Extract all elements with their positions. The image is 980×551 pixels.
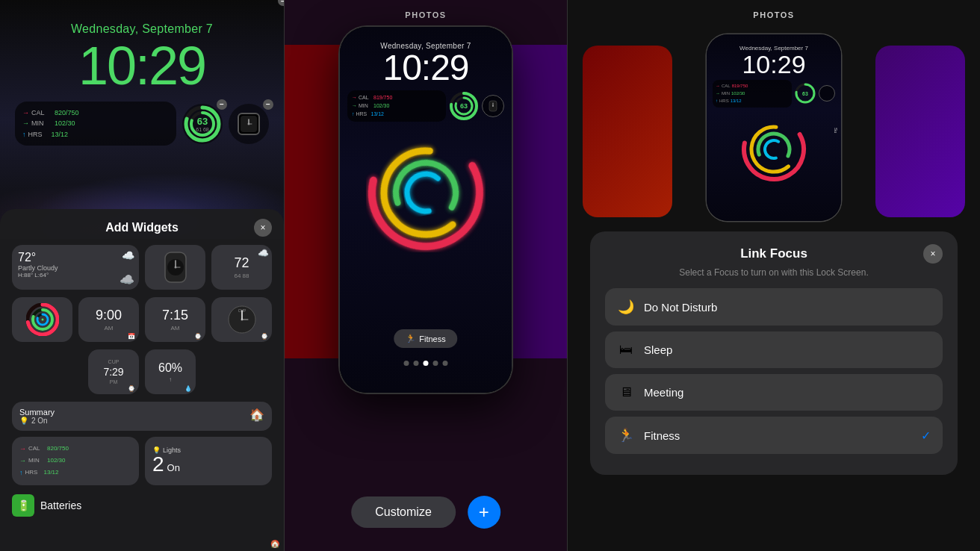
- close-add-widgets-button[interactable]: ×: [254, 219, 272, 237]
- watch-icon-analog: ⌚: [261, 333, 268, 340]
- activity-widget-bottom[interactable]: → CAL 820/750 → MIN 102/30 ↑ HRS 13/12 🔴: [12, 437, 139, 485]
- weather-widget[interactable]: ☁️ 72° Partly Cloudy H:88° L:64° ☁️: [12, 245, 139, 290]
- weather-range: H:88° L:64°: [18, 272, 133, 278]
- left-widgets-bar: − →CAL820/750 →MIN102/30 ↑HRS13/12 −: [15, 102, 269, 146]
- clock-pm-label: AM: [171, 325, 180, 331]
- lights-count: 2 On: [31, 417, 48, 425]
- weather-desc: Partly Cloudy: [18, 264, 133, 272]
- clock-pm-widget[interactable]: 7:15 AM ⌚: [145, 297, 205, 342]
- center-ring-number: 63: [460, 102, 468, 110]
- add-widgets-panel: Add Widgets × ☁️ 72° Partly Cloudy H:88°…: [0, 209, 284, 551]
- watch-face: [238, 113, 260, 135]
- temp-widget[interactable]: 72 64 88 ☁️: [211, 245, 272, 290]
- cup-clock-widget[interactable]: CUP 7:29 PM ⌚: [88, 349, 139, 394]
- add-widgets-header: Add Widgets ×: [12, 221, 272, 234]
- remove-watch-icon[interactable]: −: [263, 99, 273, 110]
- percent-icon: 💧: [184, 385, 192, 392]
- right-phones-row: Wednesday, September 7 10:29 →CAL819/750…: [568, 34, 980, 228]
- lights-widget[interactable]: 💡 Lights 2 On 🏠: [145, 437, 272, 485]
- home-icon-2: 🏠: [270, 540, 279, 548]
- rings-widget[interactable]: [12, 297, 72, 342]
- analog-clock-widget[interactable]: CUP ⌚: [211, 297, 272, 342]
- center-phone-mockup: Wednesday, September 7 10:29 →CAL819/750…: [340, 27, 512, 393]
- link-focus-header: Link Focus ×: [605, 246, 943, 261]
- fitness-label: Fitness: [644, 429, 912, 442]
- dot-4: [433, 361, 438, 366]
- summary-widget[interactable]: Summary 💡 2 On 🏠: [12, 402, 272, 431]
- fitness-checkmark: ✓: [921, 429, 931, 443]
- dot-2: [414, 361, 419, 366]
- clock-am-time: 9:00: [96, 308, 122, 323]
- focus-item-fitness[interactable]: 🏃 Fitness ✓: [605, 417, 943, 454]
- percent-widget[interactable]: 60% ↑ 💧: [145, 349, 196, 394]
- do-not-disturb-label: Do Not Disturb: [644, 301, 931, 314]
- lights-count-display: 2 On: [152, 454, 264, 475]
- right-side-phone-right: [875, 46, 965, 217]
- right-mini-date: Wednesday, September 7: [707, 34, 841, 52]
- focus-item-do-not-disturb[interactable]: 🌙 Do Not Disturb: [605, 288, 943, 326]
- link-focus-subtitle: Select a Focus to turn on with this Lock…: [605, 267, 943, 278]
- activity-widget[interactable]: − →CAL820/750 →MIN102/30 ↑HRS13/12: [15, 102, 176, 146]
- bulb-icon: 💡: [19, 417, 28, 425]
- meeting-label: Meeting: [644, 386, 931, 399]
- focus-item-meeting[interactable]: 🖥 Meeting: [605, 374, 943, 411]
- cup-time: 7:29: [103, 366, 123, 378]
- watch-widget[interactable]: −: [229, 104, 269, 144]
- widget-row-3: CUP 7:29 PM ⌚ 60% ↑ 💧: [12, 349, 272, 394]
- spacer-2: [202, 349, 272, 394]
- svg-point-33: [367, 134, 485, 252]
- widget-grid-2: 9:00 AM 📅 7:15 AM ⌚ CUP ⌚: [12, 297, 272, 342]
- center-date: Wednesday, September 7: [340, 27, 512, 50]
- batteries-row[interactable]: 🔋 Batteries: [12, 491, 272, 520]
- center-lockscreen: Wednesday, September 7 10:29 →CAL819/750…: [340, 27, 512, 393]
- focus-item-sleep[interactable]: 🛏 Sleep: [605, 331, 943, 368]
- svg-point-19: [41, 319, 43, 321]
- cloud-icon-small: ☁️: [258, 248, 269, 258]
- hrs-row-bottom: ↑ HRS 13/12: [19, 467, 131, 479]
- clock-am-widget[interactable]: 9:00 AM 📅: [78, 297, 139, 342]
- home-icon: 🏠: [249, 408, 264, 422]
- customize-button[interactable]: Customize: [351, 496, 456, 528]
- right-mini-time: 10:29: [707, 52, 841, 77]
- fitness-label: Fitness: [419, 334, 445, 343]
- rings-svg: [26, 303, 59, 336]
- center-watch-widget: [482, 95, 504, 117]
- percent-display: 60%: [158, 361, 182, 375]
- ring-sub: 61 68: [196, 127, 209, 132]
- min-row: →MIN102/30: [22, 118, 169, 128]
- summary-sub: 💡 2 On: [19, 417, 55, 425]
- add-widgets-title: Add Widgets: [105, 221, 179, 234]
- cal-row-bottom: → CAL 820/750: [19, 443, 131, 455]
- right-side-phone-left: [583, 46, 672, 217]
- right-photos-header: PHOTOS: [568, 0, 980, 27]
- fitness-button[interactable]: 🏃 Fitness: [394, 329, 457, 348]
- center-time: 10:29: [340, 50, 512, 86]
- close-link-focus-button[interactable]: ×: [923, 244, 943, 264]
- summary-title: Summary: [19, 408, 55, 417]
- clock-pm-time: 7:15: [162, 308, 188, 323]
- percent-arrow: ↑: [169, 376, 172, 383]
- link-focus-dialog: Link Focus × Select a Focus to turn on w…: [590, 231, 958, 475]
- ring-number: 63: [196, 116, 209, 127]
- ring-widget[interactable]: − 63 61 68: [182, 104, 223, 144]
- watch-face-widget[interactable]: [145, 245, 205, 290]
- lights-number: 2: [152, 454, 164, 475]
- cup-watch-icon: ⌚: [128, 385, 135, 392]
- right-mini-widgets: →CAL819/750 →MIN102/30 ↑HRS13/12 63: [713, 80, 835, 108]
- lights-on: On: [167, 462, 180, 473]
- link-focus-title: Link Focus: [740, 246, 807, 261]
- lights-label: 💡 Lights: [152, 446, 264, 454]
- watch-face-svg: [159, 251, 192, 284]
- dot-1: [404, 361, 409, 366]
- add-button[interactable]: +: [468, 496, 500, 529]
- fitness-icon: 🏃: [406, 334, 416, 343]
- watch-icon-small: ⌚: [194, 333, 202, 340]
- right-center-phone: Wednesday, September 7 10:29 →CAL819/750…: [707, 34, 841, 221]
- center-activity-widget: →CAL819/750 →MIN102/30 ↑HRS13/12: [347, 90, 446, 122]
- bottom-widgets-row: → CAL 820/750 → MIN 102/30 ↑ HRS 13/12 🔴: [12, 437, 272, 485]
- cloud-icon: ☁️: [122, 249, 134, 261]
- right-mini-su-label: Su: [834, 128, 838, 133]
- weather-temp: 72°: [18, 251, 133, 264]
- right-panel: PHOTOS Wednesday, September 7 10:29 →CAL…: [568, 0, 980, 551]
- clock-am-label: AM: [105, 325, 114, 331]
